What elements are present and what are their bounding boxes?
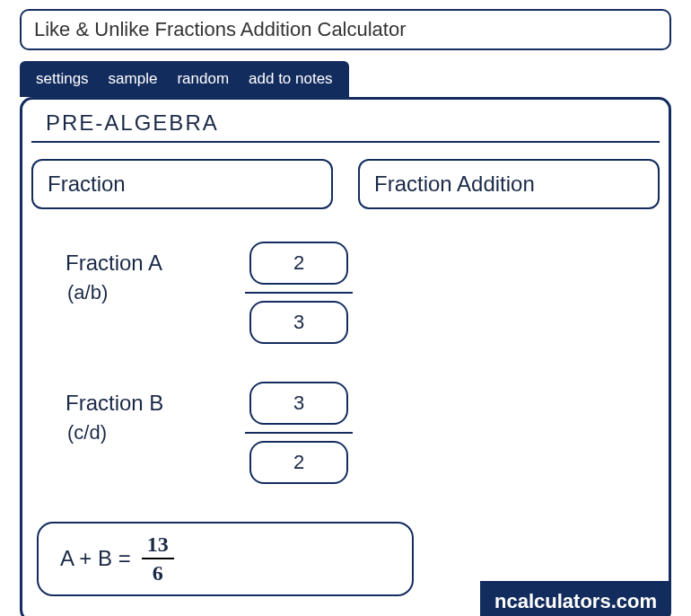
tabs-bar: settings sample random add to notes: [20, 61, 349, 97]
select-operation-label: Fraction Addition: [374, 172, 535, 196]
fraction-b-numerator-input[interactable]: [249, 382, 348, 425]
fraction-b-divider: [245, 432, 353, 434]
fraction-a-divider: [245, 292, 353, 294]
selectors-row: Fraction Fraction Addition: [22, 159, 669, 209]
fraction-b-row: Fraction B (c/d): [22, 382, 669, 484]
fraction-a-numerator-input[interactable]: [249, 242, 348, 285]
fraction-a-row: Fraction A (a/b): [22, 242, 669, 344]
page-title: Like & Unlike Fractions Addition Calcula…: [34, 18, 407, 40]
brand-label: ncalculators.com: [494, 590, 657, 612]
tab-sample[interactable]: sample: [109, 70, 158, 88]
brand-badge[interactable]: ncalculators.com: [480, 581, 671, 616]
fraction-b-sublabel: (c/d): [67, 421, 200, 444]
result-box: A + B = 13 6: [37, 522, 414, 596]
fraction-a-denominator-input[interactable]: [249, 301, 348, 344]
result-denominator: 6: [153, 561, 163, 585]
select-type-label: Fraction: [48, 172, 126, 196]
fraction-a-sublabel: (a/b): [67, 281, 200, 304]
fraction-b-inputs: [245, 382, 353, 484]
fraction-a-inputs: [245, 242, 353, 344]
fraction-b-denominator-input[interactable]: [249, 441, 348, 484]
fraction-a-label: Fraction A: [66, 251, 200, 276]
result-bar: [142, 558, 174, 559]
main-panel: PRE-ALGEBRA Fraction Fraction Addition F…: [20, 97, 671, 616]
select-type[interactable]: Fraction: [31, 159, 333, 209]
section-title: PRE-ALGEBRA: [31, 110, 660, 143]
fraction-b-label: Fraction B: [66, 391, 200, 416]
tab-add-to-notes[interactable]: add to notes: [249, 70, 333, 88]
fraction-a-label-block: Fraction A (a/b): [66, 242, 200, 304]
result-numerator: 13: [147, 532, 169, 556]
page-title-box: Like & Unlike Fractions Addition Calcula…: [20, 9, 671, 50]
select-operation[interactable]: Fraction Addition: [358, 159, 660, 209]
tab-random[interactable]: random: [177, 70, 229, 88]
tab-settings[interactable]: settings: [36, 70, 89, 88]
result-fraction: 13 6: [142, 532, 174, 585]
fraction-b-label-block: Fraction B (c/d): [66, 382, 200, 444]
result-label: A + B =: [60, 546, 131, 571]
